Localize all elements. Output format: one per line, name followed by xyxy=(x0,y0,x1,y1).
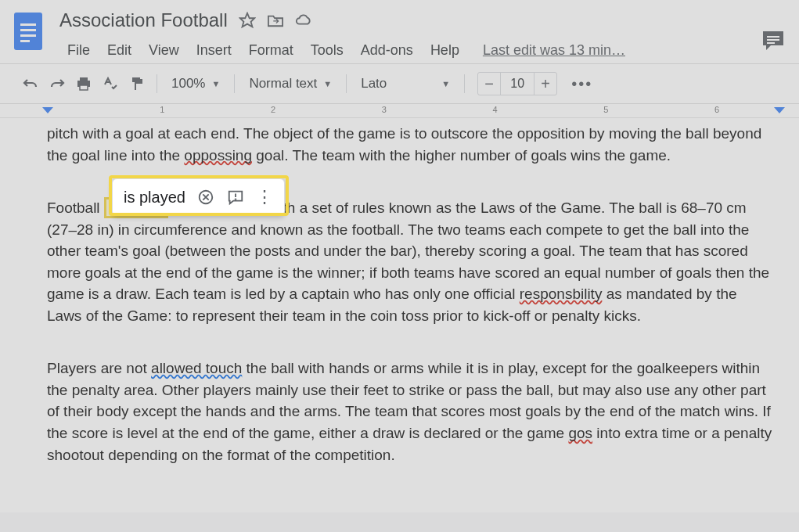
menu-view[interactable]: View xyxy=(141,38,187,63)
svg-rect-1 xyxy=(20,23,36,26)
ruler-number: 5 xyxy=(603,105,608,114)
ruler-number: 1 xyxy=(160,105,164,114)
redo-button[interactable] xyxy=(45,72,69,95)
toolbar-separator xyxy=(234,74,235,93)
toolbar-separator xyxy=(464,74,465,93)
svg-marker-5 xyxy=(240,13,254,27)
menu-edit[interactable]: Edit xyxy=(99,38,139,63)
toolbar: 100%▼ Normal text▼ Lato▼ − + ••• xyxy=(0,63,799,104)
chevron-down-icon: ▼ xyxy=(323,79,332,88)
undo-button[interactable] xyxy=(19,72,42,95)
document-body[interactable]: pitch with a goal at each end. The objec… xyxy=(0,118,799,512)
feedback-icon[interactable] xyxy=(226,188,245,207)
ruler-number: 4 xyxy=(492,105,497,114)
move-folder-icon[interactable] xyxy=(267,12,284,29)
print-button[interactable] xyxy=(72,72,95,95)
comments-icon[interactable] xyxy=(761,30,785,52)
font-family-select[interactable]: Lato▼ xyxy=(355,73,456,95)
menubar: File Edit View Insert Format Tools Add-o… xyxy=(59,38,786,63)
chevron-down-icon: ▼ xyxy=(211,79,220,88)
toolbar-more-button[interactable]: ••• xyxy=(571,75,592,93)
zoom-value: 100% xyxy=(171,76,205,92)
ruler-track: 1 2 3 4 5 6 xyxy=(44,104,783,117)
chevron-down-icon: ▼ xyxy=(441,79,450,88)
spelling-error[interactable]: gos xyxy=(568,425,592,441)
paragraph[interactable]: Players are not allowed touch the ball w… xyxy=(47,358,776,466)
dismiss-suggestion-icon[interactable] xyxy=(196,188,215,207)
menu-insert[interactable]: Insert xyxy=(189,38,239,63)
svg-rect-3 xyxy=(20,34,36,37)
paragraph[interactable]: Football n played in accordance with a s… xyxy=(47,197,776,326)
menu-addons[interactable]: Add-ons xyxy=(353,38,421,63)
toolbar-separator xyxy=(157,74,157,93)
ruler-number: 6 xyxy=(714,105,719,114)
suggestion-text[interactable]: is played xyxy=(124,189,185,207)
style-value: Normal text xyxy=(249,76,317,92)
font-size-control: − + xyxy=(477,72,557,95)
paragraph[interactable]: pitch with a goal at each end. The objec… xyxy=(47,123,776,166)
last-edit-link[interactable]: Last edit was 13 min… xyxy=(483,42,625,59)
svg-rect-7 xyxy=(767,39,779,41)
spelling-error[interactable]: responsbility xyxy=(520,286,603,302)
menu-file[interactable]: File xyxy=(59,38,98,63)
svg-rect-6 xyxy=(767,36,779,38)
paint-format-button[interactable] xyxy=(125,72,149,95)
font-size-increase[interactable]: + xyxy=(534,73,556,95)
indent-marker-right[interactable] xyxy=(774,107,785,113)
grammar-suggestion-popup: is played ⋮ xyxy=(112,178,285,216)
menu-tools[interactable]: Tools xyxy=(303,38,351,63)
font-size-decrease[interactable]: − xyxy=(478,73,500,95)
grammar-error[interactable]: allowed touch xyxy=(151,360,242,376)
docs-logo[interactable] xyxy=(13,11,44,52)
menu-format[interactable]: Format xyxy=(241,38,301,63)
svg-rect-11 xyxy=(80,85,88,90)
font-value: Lato xyxy=(361,76,387,92)
ruler-number: 3 xyxy=(382,105,387,114)
toolbar-separator xyxy=(346,74,347,93)
spellcheck-button[interactable] xyxy=(99,72,122,95)
app-header: Association Football File Edit View Inse… xyxy=(0,0,799,63)
ruler-number: 2 xyxy=(271,105,275,114)
suggestion-more-icon[interactable]: ⋮ xyxy=(256,187,273,207)
star-icon[interactable] xyxy=(239,12,256,29)
svg-rect-8 xyxy=(767,42,775,44)
cloud-status-icon[interactable] xyxy=(295,12,312,29)
font-size-input[interactable] xyxy=(500,73,534,95)
spelling-error[interactable]: oppossing xyxy=(184,147,252,164)
svg-point-14 xyxy=(235,199,236,200)
horizontal-ruler[interactable]: 1 2 3 4 5 6 xyxy=(0,104,799,118)
svg-rect-4 xyxy=(20,40,30,42)
zoom-select[interactable]: 100%▼ xyxy=(165,73,226,95)
svg-rect-2 xyxy=(20,29,36,31)
document-title[interactable]: Association Football xyxy=(59,9,228,31)
menu-help[interactable]: Help xyxy=(423,38,467,63)
svg-rect-9 xyxy=(80,77,88,81)
paragraph-style-select[interactable]: Normal text▼ xyxy=(243,73,338,95)
